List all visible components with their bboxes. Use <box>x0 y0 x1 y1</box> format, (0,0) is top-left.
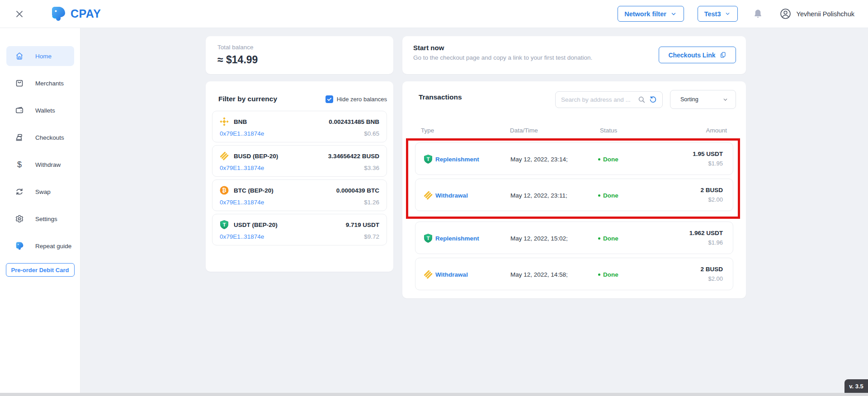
currency-usd-value: $0.65 <box>364 130 379 137</box>
hide-zero-balances-label: Hide zero balances <box>337 96 387 103</box>
cpay-logo-icon <box>15 241 24 250</box>
busd-icon <box>424 191 433 200</box>
version-badge: v. 3.5 <box>844 379 868 393</box>
cash-register-icon <box>15 133 24 142</box>
total-balance-label: Total balance <box>217 44 382 51</box>
transaction-amount: 1.962 USDT <box>689 230 723 236</box>
transaction-amount: 1.95 USDT <box>693 151 723 157</box>
network-filter-dropdown[interactable]: Network filter <box>618 6 684 22</box>
sidebar-item-label: Checkouts <box>35 134 64 141</box>
transaction-usd: $1.96 <box>689 239 723 246</box>
currency-row-usdt[interactable]: USDT (BEP-20) 9.719 USDT 0x79E1..31874e … <box>212 214 387 245</box>
column-header-amount: Amount <box>706 127 727 134</box>
sidebar-item-label: Swap <box>35 189 51 195</box>
search-input[interactable] <box>561 96 634 103</box>
currency-amount: 3.34656422 BUSD <box>328 153 379 160</box>
transaction-amount: 2 BUSD <box>700 266 723 273</box>
transaction-type-link[interactable]: Replenishment <box>435 156 479 163</box>
transaction-type-link[interactable]: Withdrawal <box>435 271 468 278</box>
transaction-status: Done <box>598 156 618 163</box>
transactions-table-header: Type Data/Time Status Amount <box>402 127 746 134</box>
currency-row-bnb[interactable]: BNB 0.002431485 BNB 0x79E1..31874e $0.65 <box>212 111 387 142</box>
currency-address-link[interactable]: 0x79E1..31874e <box>220 233 264 240</box>
sidebar-item-label: Wallets <box>35 107 55 114</box>
checkbox-checked-icon[interactable] <box>326 95 333 103</box>
close-icon[interactable] <box>14 8 25 20</box>
btc-icon <box>220 186 229 195</box>
sidebar-item-merchants[interactable]: Merchants <box>6 73 74 93</box>
gear-icon <box>15 214 24 223</box>
sidebar-item-settings[interactable]: Settings <box>6 209 74 229</box>
currency-usd-value: $9.72 <box>364 233 379 240</box>
sidebar-item-repeat-guide[interactable]: Repeat guide <box>6 236 74 256</box>
currency-usd-value: $3.36 <box>364 165 379 171</box>
preorder-debit-card-button[interactable]: Pre-order Debit Card <box>6 263 75 277</box>
usdt-icon <box>424 155 433 164</box>
transaction-usd: $1.95 <box>693 160 723 167</box>
chevron-down-icon <box>670 11 677 17</box>
transactions-search <box>555 91 663 108</box>
sidebar-item-label: Home <box>35 53 52 60</box>
currency-row-btc[interactable]: BTC (BEP-20) 0.0000439 BTC 0x79E1..31874… <box>212 179 387 211</box>
currency-address-link[interactable]: 0x79E1..31874e <box>220 165 264 171</box>
merchant-selector-dropdown[interactable]: Test3 <box>698 6 738 22</box>
sidebar-item-home[interactable]: Home <box>6 46 74 66</box>
transaction-row[interactable]: Replenishment May 12, 2022, 23:14; Done … <box>415 142 733 175</box>
transaction-usd: $2.00 <box>700 275 723 282</box>
currency-amount: 9.719 USDT <box>346 222 379 228</box>
currency-usd-value: $1.26 <box>364 199 379 206</box>
checkouts-link-label: Checkouts Link <box>668 52 715 59</box>
transaction-row[interactable]: Withdrawal May 12, 2022, 23:11; Done 2 B… <box>415 179 733 211</box>
currency-name: USDT (BEP-20) <box>234 222 278 228</box>
start-now-card: Start now Go to the checkout page and co… <box>402 36 746 74</box>
user-avatar-icon[interactable] <box>780 8 791 19</box>
currency-address-link[interactable]: 0x79E1..31874e <box>220 130 264 137</box>
top-bar: CPAY Network filter Test3 Yevhenii Polis… <box>0 0 868 28</box>
checkouts-link-button[interactable]: Checkouts Link <box>659 47 736 63</box>
sidebar-item-label: Settings <box>35 216 57 222</box>
sorting-dropdown[interactable]: Sorting <box>670 90 736 109</box>
merchant-selector-label: Test3 <box>704 10 721 18</box>
transaction-row[interactable]: Replenishment May 12, 2022, 15:02; Done … <box>415 222 733 254</box>
transaction-status: Done <box>598 235 618 242</box>
column-header-datetime: Data/Time <box>510 127 538 134</box>
transaction-type-link[interactable]: Replenishment <box>435 235 479 242</box>
transaction-type-link[interactable]: Withdrawal <box>435 192 468 199</box>
currency-amount: 0.002431485 BNB <box>329 118 379 125</box>
sidebar-item-checkouts[interactable]: Checkouts <box>6 127 74 147</box>
transactions-card: Transactions Sorting Type Data/Time Stat… <box>402 81 746 298</box>
usdt-icon <box>220 220 229 229</box>
transaction-datetime: May 12, 2022, 23:11; <box>510 192 567 199</box>
main-content: Total balance ≈ $14.99 Start now Go to t… <box>80 28 868 393</box>
filter-title: Filter by currency <box>218 95 277 103</box>
sidebar-item-swap[interactable]: Swap <box>6 182 74 202</box>
sidebar-item-label: Withdraw <box>35 161 61 168</box>
wallet-icon <box>15 106 24 115</box>
chevron-down-icon <box>722 97 728 103</box>
filter-by-currency-card: Filter by currency Hide zero balances BN… <box>206 81 393 272</box>
transaction-datetime: May 12, 2022, 15:02; <box>510 235 568 242</box>
status-dot-icon <box>598 194 600 197</box>
currency-list: BNB 0.002431485 BNB 0x79E1..31874e $0.65… <box>212 111 387 245</box>
sidebar-item-wallets[interactable]: Wallets <box>6 100 74 120</box>
sidebar-item-withdraw[interactable]: $ Withdraw <box>6 155 74 174</box>
currency-address-link[interactable]: 0x79E1..31874e <box>220 199 264 206</box>
currency-name: BNB <box>234 118 247 125</box>
horizontal-scrollbar[interactable] <box>0 393 868 396</box>
busd-icon <box>220 151 229 160</box>
notifications-bell-icon[interactable] <box>753 9 763 19</box>
sidebar-item-label: Merchants <box>35 80 64 87</box>
hide-zero-balances-toggle[interactable]: Hide zero balances <box>326 95 387 103</box>
usdt-icon <box>424 234 433 243</box>
brand-name: CPAY <box>71 7 101 20</box>
currency-name: BTC (BEP-20) <box>234 187 274 194</box>
currency-amount: 0.0000439 BTC <box>336 187 379 194</box>
user-name[interactable]: Yevhenii Polishchuk <box>797 10 854 18</box>
transaction-datetime: May 12, 2022, 14:58; <box>510 271 568 278</box>
currency-row-busd[interactable]: BUSD (BEP-20) 3.34656422 BUSD 0x79E1..31… <box>212 145 387 177</box>
brand-logo[interactable]: CPAY <box>51 5 101 22</box>
transaction-row[interactable]: Withdrawal May 12, 2022, 14:58; Done 2 B… <box>415 258 733 290</box>
bag-icon <box>15 79 24 88</box>
reset-search-icon[interactable] <box>649 96 657 104</box>
search-icon[interactable] <box>638 96 646 104</box>
